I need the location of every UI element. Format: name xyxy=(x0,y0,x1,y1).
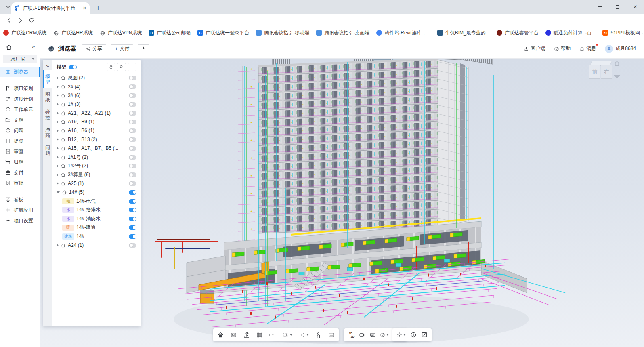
panel-collapse-icon[interactable]: « xyxy=(43,60,52,70)
model-viewport[interactable]: « 模型图纸碰撞净高问题 模型 xyxy=(40,59,644,347)
row-visibility-toggle[interactable] xyxy=(129,84,136,89)
帮助-link[interactable]: 帮助 xyxy=(554,45,571,52)
bookmark-item[interactable]: 暖通负荷计算..-百... xyxy=(545,29,596,36)
bookmark-item[interactable]: 5151PPT模板网 - 幻... xyxy=(602,29,644,36)
pan-tool-button[interactable] xyxy=(107,63,115,71)
back-button[interactable] xyxy=(3,15,15,26)
sidebar-item-5[interactable]: 文档 xyxy=(0,115,40,125)
tree-row[interactable]: 1# (3) xyxy=(57,100,136,109)
row-visibility-toggle[interactable] xyxy=(129,146,136,151)
view-cube-right[interactable]: 右 xyxy=(601,65,612,79)
user-box[interactable]: 成月8684 xyxy=(605,45,636,53)
tool-camera-button[interactable] xyxy=(359,332,366,339)
row-caret-icon[interactable] xyxy=(57,156,59,159)
tool-qmark-button[interactable] xyxy=(380,332,389,338)
deliver-button[interactable]: + 交付 xyxy=(111,44,133,53)
row-visibility-toggle[interactable] xyxy=(129,181,136,186)
share-button[interactable]: 分享 xyxy=(82,44,106,53)
tool-ruler-button[interactable] xyxy=(269,332,276,339)
tree-search-button[interactable] xyxy=(117,63,126,71)
row-visibility-toggle[interactable] xyxy=(129,120,136,124)
sidebar-item-8[interactable]: 审查 xyxy=(0,146,40,157)
row-visibility-toggle[interactable] xyxy=(129,111,136,116)
tree-row[interactable]: A25 (1) xyxy=(57,179,136,188)
row-visibility-toggle[interactable] xyxy=(129,190,136,195)
row-visibility-toggle[interactable] xyxy=(129,128,136,133)
view-cube-front[interactable]: 前 xyxy=(589,65,600,79)
tree-row[interactable]: 14# (5) xyxy=(57,188,136,197)
row-caret-icon[interactable] xyxy=(57,94,59,97)
viewcube-collapse-button[interactable] xyxy=(614,75,620,78)
tree-row[interactable]: 总图 (2) xyxy=(57,74,136,82)
row-visibility-toggle[interactable] xyxy=(129,234,136,239)
row-caret-icon[interactable] xyxy=(57,173,59,177)
sidebar-item-4[interactable]: 工作单元 xyxy=(0,104,40,115)
tree-row[interactable]: A16、B6 (1) xyxy=(57,126,136,135)
tree-row[interactable]: B12、B13 (2) xyxy=(57,135,136,144)
tree-row[interactable]: 3#算量 (6) xyxy=(57,170,136,179)
row-caret-icon[interactable] xyxy=(57,111,59,115)
window-close-button[interactable]: ✕ xyxy=(626,0,644,14)
row-caret-icon[interactable] xyxy=(57,147,59,150)
row-caret-icon[interactable] xyxy=(57,76,59,80)
sidebar-footer-item-1[interactable]: 看板 xyxy=(0,194,40,205)
row-visibility-toggle[interactable] xyxy=(129,208,136,212)
sidebar-item-10[interactable]: 交付 xyxy=(0,167,40,178)
row-caret-icon[interactable] xyxy=(57,103,59,106)
row-visibility-toggle[interactable] xyxy=(129,93,136,98)
new-tab-button[interactable]: + xyxy=(93,3,103,13)
bookmark-item[interactable]: 广联达睿管平台 xyxy=(497,29,539,36)
row-caret-icon[interactable] xyxy=(57,191,60,193)
bookmark-item[interactable]: 构件坞-Revit族库，... xyxy=(376,29,430,36)
tree-row[interactable]: 3# (6) xyxy=(57,91,136,100)
panel-tab-2[interactable]: 图纸 xyxy=(43,88,52,106)
row-caret-icon[interactable] xyxy=(57,129,59,132)
row-visibility-toggle[interactable] xyxy=(129,102,136,107)
tool-d32-button[interactable]: 3D2D xyxy=(348,331,355,339)
tool-panel-button[interactable] xyxy=(328,332,335,339)
sidebar-item-1[interactable]: 浏览器 xyxy=(0,67,40,77)
tool-explode-button[interactable] xyxy=(298,332,309,339)
row-visibility-toggle[interactable] xyxy=(129,76,136,80)
tab-close-icon[interactable]: ✕ xyxy=(83,6,86,11)
bookmark-item[interactable]: 腾讯会议指引-移动端 xyxy=(256,29,309,36)
row-visibility-toggle[interactable] xyxy=(129,199,136,204)
bookmark-item[interactable]: O广联达公司邮箱 xyxy=(149,29,191,36)
tool-home2-button[interactable] xyxy=(217,332,224,339)
sidebar-item-2[interactable]: 项目策划 xyxy=(0,83,40,94)
bookmark-item[interactable]: 腾讯会议指引-桌面端 xyxy=(316,29,369,36)
row-caret-icon[interactable] xyxy=(57,244,59,247)
tool-zoomrect-button[interactable] xyxy=(230,332,237,339)
row-visibility-toggle[interactable] xyxy=(129,225,136,230)
tree-row[interactable]: 1#1号 (2) xyxy=(57,153,136,162)
tree-row[interactable]: 水14#-消防水 xyxy=(57,215,136,223)
tool-gridax-button[interactable] xyxy=(256,332,263,339)
row-visibility-toggle[interactable] xyxy=(129,217,136,221)
window-minimize-button[interactable] xyxy=(591,0,608,14)
panel-tab-5[interactable]: 问题 xyxy=(43,141,52,159)
tool-section-button[interactable] xyxy=(282,332,292,339)
download-button[interactable] xyxy=(138,44,149,53)
tool-bubble-button[interactable] xyxy=(369,332,376,339)
bookmark-item[interactable]: 广联达CRM系统 xyxy=(3,29,46,36)
row-visibility-toggle[interactable] xyxy=(129,155,136,160)
panel-tab-1[interactable]: 模型 xyxy=(43,70,52,88)
tool-gear-button[interactable] xyxy=(396,332,406,338)
tool-expand-button[interactable] xyxy=(421,332,428,338)
tree-row[interactable]: A19、B9 (1) xyxy=(57,118,136,126)
客户端-link[interactable]: 客户端 xyxy=(524,45,545,52)
panel-tab-3[interactable]: 碰撞 xyxy=(43,106,52,124)
project-select[interactable]: 三水厂房 xyxy=(3,55,37,63)
row-caret-icon[interactable] xyxy=(57,164,59,168)
bookmark-item[interactable]: 广联达VPN系统 xyxy=(100,29,142,36)
browser-tab[interactable]: 广联达BIM设计协同平台 ✕ xyxy=(11,2,90,14)
tree-row[interactable]: 建筑14# xyxy=(57,232,136,241)
tree-row[interactable]: 1#2号 (2) xyxy=(57,162,136,170)
tree-row[interactable]: 电14#-电气 xyxy=(57,197,136,206)
bookmark-item[interactable]: G广联达统一登录平台 xyxy=(197,29,249,36)
row-visibility-toggle[interactable] xyxy=(129,243,136,248)
tool-info-button[interactable] xyxy=(410,332,417,338)
sidebar-item-3[interactable]: 进度计划 xyxy=(0,94,40,104)
tool-pinm-button[interactable] xyxy=(243,332,250,339)
row-caret-icon[interactable] xyxy=(57,138,59,141)
